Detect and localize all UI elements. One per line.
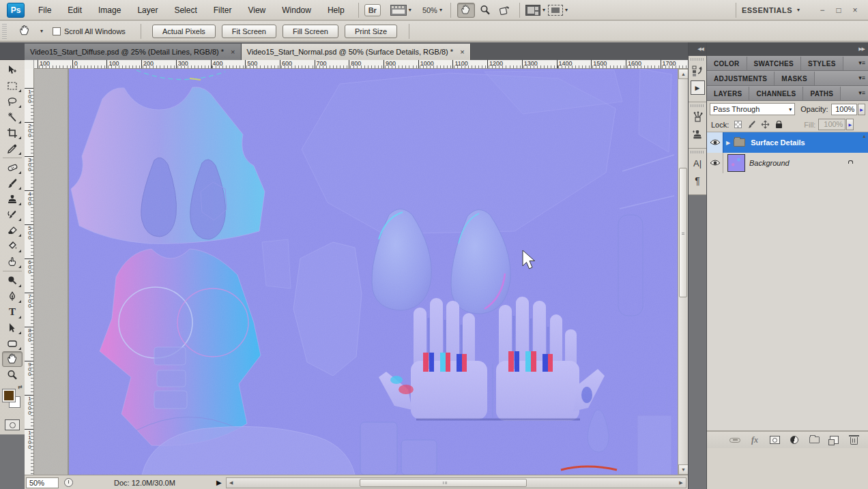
eraser-tool[interactable] [2,222,23,238]
view-option-button[interactable]: Fit Screen [222,25,276,38]
hand-tool[interactable] [2,351,23,367]
delete-layer-icon[interactable] [846,434,861,446]
lock-transparency-icon[interactable] [733,120,742,129]
menu-item[interactable]: Help [319,3,353,18]
minimize-button[interactable]: − [816,5,828,15]
history-brush-tool[interactable] [2,207,23,222]
view-option-button[interactable]: Fill Screen [283,25,338,38]
document-tab[interactable]: Video15_Start_Diffuse.psd @ 25% (Detail … [25,44,242,60]
adjustment-layer-icon[interactable] [787,434,802,446]
panel-tab[interactable]: STYLES [801,57,843,70]
panel-menu-icon[interactable]: ▾≡ [858,89,865,96]
lock-position-icon[interactable] [760,120,770,129]
close-tab-icon[interactable]: × [460,48,464,56]
panel-menu-icon[interactable]: ▾≡ [858,59,865,66]
chevron-down-icon[interactable]: ▾ [40,28,43,34]
layer-visibility-toggle[interactable] [707,153,723,173]
bridge-button[interactable]: Br [364,4,381,16]
layer-visibility-toggle[interactable] [707,132,723,153]
new-group-icon[interactable] [807,434,822,446]
expand-group-icon[interactable]: ▶ [726,140,730,146]
workspace-switcher[interactable]: ESSENTIALS [742,6,792,14]
zoom-level-select[interactable]: 50% ▾ [422,6,445,14]
zoom-tool[interactable] [2,367,23,383]
lock-pixels-icon[interactable] [747,120,756,129]
layer-row-surface-details[interactable]: ▶ Surface Details ▲ [707,132,868,153]
hand-tool-button[interactable] [457,3,475,18]
panel-tab[interactable]: COLOR [707,57,747,70]
fill-value[interactable]: 100% [818,119,845,130]
opacity-value[interactable]: 100% [831,104,858,115]
rectangular-marquee-tool[interactable] [2,78,23,93]
horizontal-ruler[interactable]: 1000100200300400500600700800900100011001… [34,60,688,68]
panel-tab[interactable]: ADJUSTMENTS [707,72,775,85]
drag-grip[interactable] [691,58,704,61]
foreground-color-swatch[interactable] [3,389,15,402]
vertical-scrollbar[interactable]: ▲ ▼ [678,69,688,475]
scroll-right-button[interactable]: ▶ [676,478,686,488]
document-tab-active[interactable]: Video15_Start_Normal.psd @ 50% (Surface … [242,44,471,60]
path-selection-tool[interactable] [2,320,23,336]
move-tool[interactable] [2,62,23,78]
scroll-all-windows-checkbox[interactable] [53,27,61,35]
menu-item[interactable]: View [240,3,274,18]
status-zoom-field[interactable]: 50% [26,477,59,488]
panel-scroll-up-icon[interactable]: ▲ [862,134,867,138]
chevron-down-icon[interactable]: ▾ [797,7,800,13]
drag-grip[interactable] [691,104,704,107]
panel-tab[interactable]: SWATCHES [747,57,801,70]
paint-bucket-tool[interactable] [2,238,23,254]
scroll-down-button[interactable]: ▼ [678,464,689,475]
panel-tab[interactable]: PATHS [803,87,841,100]
actions-panel-icon[interactable]: ▶ [691,80,705,95]
type-tool[interactable]: T [2,304,23,320]
panel-tab[interactable]: MASKS [775,72,815,85]
lasso-tool[interactable] [2,93,23,109]
drag-grip[interactable] [2,24,7,39]
paragraph-panel-icon[interactable]: ¶ [691,173,705,188]
photoshop-logo[interactable]: Ps [7,3,25,18]
brush-tool[interactable] [2,175,23,191]
status-popup-arrow-icon[interactable]: ▶ [216,479,222,486]
tools-panel-header[interactable] [0,42,25,60]
healing-brush-tool[interactable] [2,160,23,175]
layer-name[interactable]: Background [749,159,790,167]
smudge-tool[interactable] [2,254,23,269]
maximize-button[interactable]: □ [833,5,845,15]
rounded-rectangle-tool[interactable] [2,336,23,351]
collapse-dock-button[interactable]: ▶▶ [707,42,868,56]
view-extras-icon[interactable] [390,5,407,16]
add-layer-mask-icon[interactable] [767,434,782,446]
close-tab-icon[interactable]: × [231,48,235,56]
brushes-panel-icon[interactable] [691,110,705,124]
expand-dock-button[interactable]: ◀◀ [689,42,706,56]
layer-name[interactable]: Surface Details [751,138,805,147]
vertical-scroll-thumb[interactable] [679,168,687,297]
menu-item[interactable]: File [30,3,59,18]
eyedropper-tool[interactable] [2,140,23,156]
history-panel-icon[interactable] [691,63,705,78]
clone-stamp-tool[interactable] [2,191,23,207]
blend-mode-select[interactable]: Pass Through ▾ [710,103,795,115]
panel-tab[interactable]: LAYERS [707,87,749,100]
lock-all-icon[interactable] [774,120,783,129]
dodge-tool[interactable] [2,273,23,288]
new-layer-icon[interactable] [826,434,841,446]
scroll-left-button[interactable]: ◀ [227,478,236,488]
menu-item[interactable]: Image [90,3,129,18]
menu-item[interactable]: Edit [59,3,90,18]
fill-spinner-icon[interactable]: ▶ [846,119,854,130]
crop-tool[interactable] [2,125,23,140]
vertical-ruler[interactable]: 10020030040050060070080090010001100 [25,69,34,475]
clone-source-panel-icon[interactable] [691,127,705,141]
panel-menu-icon[interactable]: ▾≡ [858,74,865,81]
menu-item[interactable]: Window [274,3,319,18]
character-panel-icon[interactable]: A| [691,156,705,171]
magic-wand-tool[interactable] [2,109,23,125]
chevron-down-icon[interactable]: ▾ [542,7,545,13]
zoom-tool-button[interactable] [476,3,494,18]
drag-grip[interactable] [691,151,704,153]
link-layers-icon[interactable] [727,434,742,446]
layer-row-background[interactable]: Background [707,153,868,173]
menu-item[interactable]: Layer [129,3,166,18]
